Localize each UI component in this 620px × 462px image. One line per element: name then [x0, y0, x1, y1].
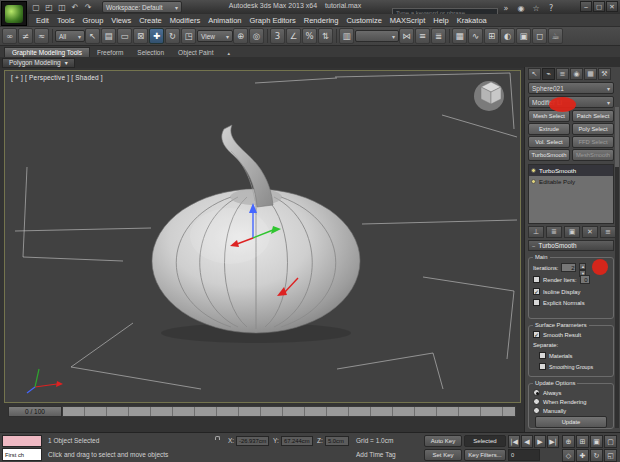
orbit-button[interactable]: ↻ [590, 449, 603, 462]
pumpkin-model[interactable] [152, 125, 360, 343]
menu-group[interactable]: Group [78, 16, 107, 25]
menu-edit[interactable]: Edit [32, 16, 53, 25]
add-time-tag[interactable]: Add Time Tag [356, 451, 396, 458]
schematic-view-icon[interactable]: ⊞ [484, 28, 499, 44]
go-start-button[interactable]: |◀ [508, 435, 520, 448]
use-pivot-icon[interactable]: ⊕ [233, 28, 248, 44]
undo-icon[interactable]: ↶ [69, 1, 81, 13]
help-icon[interactable]: ? [545, 2, 557, 14]
zoom-all-button[interactable]: ⊞ [576, 435, 589, 448]
menu-rendering[interactable]: Rendering [300, 16, 343, 25]
turbosmooth-button[interactable]: TurboSmooth [528, 149, 570, 161]
bind-spacewarp-icon[interactable]: ≈ [34, 28, 49, 44]
zoom-button[interactable]: ⊕ [562, 435, 575, 448]
selection-filter-dropdown[interactable]: All [55, 30, 85, 42]
smoothing-groups-checkbox[interactable] [539, 363, 546, 370]
new-scene-icon[interactable]: ▢ [30, 1, 42, 13]
3ds-max-logo[interactable] [1, 1, 27, 26]
utilities-tab-icon[interactable]: ⚒ [598, 68, 611, 80]
graphite-ribbon-icon[interactable]: ▦ [452, 28, 467, 44]
current-frame-field[interactable]: 0 [508, 449, 540, 461]
menu-views[interactable]: Views [107, 16, 135, 25]
menu-krakatoa[interactable]: Krakatoa [453, 16, 491, 25]
menu-help[interactable]: Help [429, 16, 452, 25]
go-end-button[interactable]: ▶| [547, 435, 559, 448]
rect-region-icon[interactable]: ▭ [117, 28, 132, 44]
tab-freeform[interactable]: Freeform [90, 48, 130, 57]
render-iters-field[interactable]: 0 [580, 275, 590, 284]
communication-center-icon[interactable]: ◉ [515, 2, 527, 14]
open-file-icon[interactable]: ◰ [43, 1, 55, 13]
set-key-button[interactable]: Set Key [424, 449, 462, 461]
select-link-icon[interactable]: ∞ [2, 28, 17, 44]
maximize-button[interactable]: ▢ [593, 1, 605, 12]
ribbon-minimize-icon[interactable]: ▴ [221, 49, 238, 57]
ffd-select-button[interactable]: FFD Select [572, 136, 614, 148]
always-radio[interactable] [533, 389, 540, 396]
menu-graph-editors[interactable]: Graph Editors [246, 16, 300, 25]
polygon-modeling-panel[interactable]: Polygon Modeling [2, 58, 75, 68]
auto-key-button[interactable]: Auto Key [424, 435, 462, 447]
named-selection-sets-dropdown[interactable] [355, 30, 399, 42]
select-rotate-icon[interactable]: ↻ [165, 28, 180, 44]
scrollbar-thumb[interactable] [615, 107, 619, 167]
vol-select-button[interactable]: Vol. Select [528, 136, 570, 148]
select-scale-icon[interactable]: ◳ [181, 28, 196, 44]
extrude-button[interactable]: Extrude [528, 123, 570, 135]
select-by-name-icon[interactable]: ▤ [101, 28, 116, 44]
modifier-on-off-icon[interactable] [531, 179, 536, 184]
layer-manager-icon[interactable]: ≣ [431, 28, 446, 44]
perspective-viewport[interactable]: [ + ] [ Perspective ] [ Shaded ] [4, 70, 521, 403]
smooth-result-checkbox[interactable] [533, 331, 540, 338]
reference-coordinate-dropdown[interactable]: View [197, 30, 233, 42]
isoline-display-checkbox[interactable] [533, 288, 540, 295]
iterations-field[interactable]: 2 [561, 263, 576, 272]
meshsmooth-button[interactable]: MeshSmooth [572, 149, 614, 161]
patch-select-button[interactable]: Patch Select [572, 110, 614, 122]
explicit-normals-checkbox[interactable] [533, 299, 540, 306]
make-unique-icon[interactable]: ▣ [564, 226, 580, 238]
remove-modifier-icon[interactable]: ✕ [582, 226, 598, 238]
object-name-field[interactable]: Sphere021 [528, 82, 614, 94]
search-go-icon[interactable]: » [500, 2, 512, 14]
display-tab-icon[interactable]: ▦ [584, 68, 597, 80]
menu-tools[interactable]: Tools [53, 16, 79, 25]
track-bar[interactable] [62, 406, 516, 417]
maximize-viewport-button[interactable]: ◱ [604, 449, 617, 462]
motion-tab-icon[interactable]: ◉ [570, 68, 583, 80]
favorites-icon[interactable]: ☆ [530, 2, 542, 14]
modifier-on-off-icon[interactable] [531, 168, 536, 173]
maxscript-mini-listener[interactable]: First ch [2, 448, 42, 461]
manually-radio[interactable] [533, 407, 540, 414]
menu-animation[interactable]: Animation [204, 16, 245, 25]
save-file-icon[interactable]: ◫ [56, 1, 68, 13]
selected-dropdown[interactable]: Selected [464, 435, 506, 447]
prev-frame-button[interactable]: ◀ [521, 435, 533, 448]
tab-graphite-modeling-tools[interactable]: Graphite Modeling Tools [4, 47, 90, 57]
poly-select-button[interactable]: Poly Select [572, 123, 614, 135]
rendered-frame-icon[interactable]: ◻ [532, 28, 547, 44]
render-setup-icon[interactable]: ▣ [516, 28, 531, 44]
render-iters-checkbox[interactable] [533, 276, 540, 283]
snaps-toggle-icon[interactable]: 3 [270, 28, 285, 44]
x-coordinate-field[interactable]: -26.937cm [236, 436, 269, 446]
turbosmooth-rollout-header[interactable]: TurboSmooth [528, 240, 614, 251]
iterations-spinner[interactable]: ▲▼ [579, 263, 586, 272]
minimize-button[interactable]: – [580, 1, 592, 12]
macro-recorder-pane[interactable] [2, 435, 42, 447]
panel-scrollbar[interactable] [615, 107, 619, 428]
viewport-label[interactable]: [ + ] [ Perspective ] [ Shaded ] [11, 74, 103, 81]
zoom-extents-button[interactable]: ▣ [590, 435, 603, 448]
spinner-snap-icon[interactable]: ⇅ [318, 28, 333, 44]
stack-item-turbosmooth[interactable]: TurboSmooth [529, 165, 613, 176]
z-coordinate-field[interactable]: 5.0cm [325, 436, 349, 446]
show-end-result-icon[interactable]: ≣ [546, 226, 562, 238]
redo-icon[interactable]: ↷ [82, 1, 94, 13]
stack-item-editable-poly[interactable]: Editable Poly [529, 176, 613, 187]
configure-modifier-sets-icon[interactable]: ≡ [600, 226, 616, 238]
pan-button[interactable]: ✚ [576, 449, 589, 462]
update-button[interactable]: Update [535, 416, 607, 428]
crossing-select-icon[interactable]: ⊠ [133, 28, 148, 44]
create-tab-icon[interactable]: ↖ [528, 68, 541, 80]
menu-create[interactable]: Create [135, 16, 166, 25]
